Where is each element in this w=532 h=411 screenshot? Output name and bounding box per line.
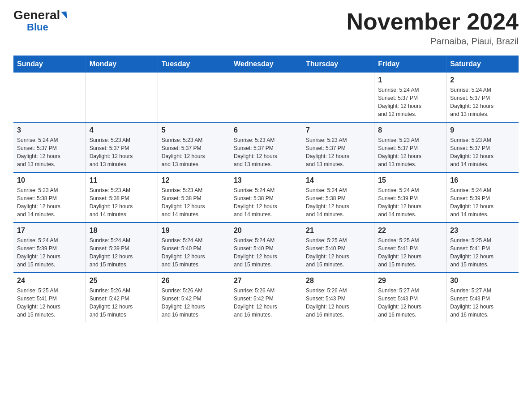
calendar-cell: 7Sunrise: 5:23 AMSunset: 5:37 PMDaylight… xyxy=(302,122,374,172)
day-number: 22 xyxy=(378,227,442,235)
header-tuesday: Tuesday xyxy=(158,56,230,73)
calendar-cell: 13Sunrise: 5:24 AMSunset: 5:38 PMDayligh… xyxy=(230,172,302,223)
calendar-week-3: 10Sunrise: 5:23 AMSunset: 5:38 PMDayligh… xyxy=(13,172,519,223)
day-info: Sunrise: 5:26 AMSunset: 5:42 PMDaylight:… xyxy=(90,287,154,319)
calendar-cell: 15Sunrise: 5:24 AMSunset: 5:39 PMDayligh… xyxy=(374,172,446,223)
day-number: 10 xyxy=(17,176,82,184)
day-info: Sunrise: 5:26 AMSunset: 5:42 PMDaylight:… xyxy=(234,287,298,319)
day-number: 21 xyxy=(306,227,370,235)
day-info: Sunrise: 5:24 AMSunset: 5:37 PMDaylight:… xyxy=(378,86,442,118)
day-info: Sunrise: 5:23 AMSunset: 5:37 PMDaylight:… xyxy=(234,136,298,168)
day-number: 16 xyxy=(450,176,515,184)
calendar-cell: 27Sunrise: 5:26 AMSunset: 5:42 PMDayligh… xyxy=(230,273,302,322)
calendar-week-5: 24Sunrise: 5:25 AMSunset: 5:41 PMDayligh… xyxy=(13,273,519,322)
day-info: Sunrise: 5:24 AMSunset: 5:39 PMDaylight:… xyxy=(90,236,154,269)
day-number: 4 xyxy=(90,126,154,134)
calendar-cell: 16Sunrise: 5:24 AMSunset: 5:39 PMDayligh… xyxy=(446,172,519,223)
calendar-cell: 25Sunrise: 5:26 AMSunset: 5:42 PMDayligh… xyxy=(86,273,158,322)
day-info: Sunrise: 5:24 AMSunset: 5:40 PMDaylight:… xyxy=(162,236,226,269)
day-info: Sunrise: 5:25 AMSunset: 5:41 PMDaylight:… xyxy=(378,236,442,269)
header-saturday: Saturday xyxy=(446,56,519,73)
calendar-cell: 17Sunrise: 5:24 AMSunset: 5:39 PMDayligh… xyxy=(13,223,86,273)
header-sunday: Sunday xyxy=(13,56,86,73)
day-info: Sunrise: 5:24 AMSunset: 5:38 PMDaylight:… xyxy=(234,186,298,218)
calendar-cell: 10Sunrise: 5:23 AMSunset: 5:38 PMDayligh… xyxy=(13,172,86,223)
day-number: 12 xyxy=(162,176,226,184)
header-monday: Monday xyxy=(86,56,158,73)
day-info: Sunrise: 5:26 AMSunset: 5:42 PMDaylight:… xyxy=(162,287,226,319)
calendar-week-2: 3Sunrise: 5:24 AMSunset: 5:37 PMDaylight… xyxy=(13,122,519,172)
day-number: 28 xyxy=(306,277,370,285)
calendar-cell: 24Sunrise: 5:25 AMSunset: 5:41 PMDayligh… xyxy=(13,273,86,322)
logo-blue-text: Blue xyxy=(27,21,48,33)
header-wednesday: Wednesday xyxy=(230,56,302,73)
day-info: Sunrise: 5:23 AMSunset: 5:38 PMDaylight:… xyxy=(162,186,226,218)
day-info: Sunrise: 5:23 AMSunset: 5:37 PMDaylight:… xyxy=(378,136,442,168)
day-info: Sunrise: 5:24 AMSunset: 5:39 PMDaylight:… xyxy=(378,186,442,218)
day-number: 18 xyxy=(90,227,154,235)
day-number: 8 xyxy=(378,126,442,134)
day-number: 13 xyxy=(234,176,298,184)
calendar-cell: 20Sunrise: 5:24 AMSunset: 5:40 PMDayligh… xyxy=(230,223,302,273)
day-info: Sunrise: 5:24 AMSunset: 5:39 PMDaylight:… xyxy=(450,186,515,218)
calendar-cell xyxy=(302,73,374,122)
calendar-cell: 28Sunrise: 5:26 AMSunset: 5:43 PMDayligh… xyxy=(302,273,374,322)
day-info: Sunrise: 5:24 AMSunset: 5:38 PMDaylight:… xyxy=(306,186,370,218)
day-info: Sunrise: 5:27 AMSunset: 5:43 PMDaylight:… xyxy=(450,287,515,319)
day-number: 24 xyxy=(17,277,82,285)
day-number: 15 xyxy=(378,176,442,184)
calendar-cell: 1Sunrise: 5:24 AMSunset: 5:37 PMDaylight… xyxy=(374,73,446,122)
calendar-week-4: 17Sunrise: 5:24 AMSunset: 5:39 PMDayligh… xyxy=(13,223,519,273)
calendar-cell: 5Sunrise: 5:23 AMSunset: 5:37 PMDaylight… xyxy=(158,122,230,172)
page-header: General Blue November 2024 Parnaiba, Pia… xyxy=(13,9,519,47)
day-number: 9 xyxy=(450,126,515,134)
day-number: 14 xyxy=(306,176,370,184)
calendar-cell: 22Sunrise: 5:25 AMSunset: 5:41 PMDayligh… xyxy=(374,223,446,273)
day-number: 3 xyxy=(17,126,82,134)
day-number: 7 xyxy=(306,126,370,134)
location: Parnaiba, Piaui, Brazil xyxy=(347,36,519,47)
day-info: Sunrise: 5:25 AMSunset: 5:40 PMDaylight:… xyxy=(306,236,370,269)
day-info: Sunrise: 5:25 AMSunset: 5:41 PMDaylight:… xyxy=(450,236,515,269)
day-info: Sunrise: 5:24 AMSunset: 5:40 PMDaylight:… xyxy=(234,236,298,269)
calendar-week-1: 1Sunrise: 5:24 AMSunset: 5:37 PMDaylight… xyxy=(13,73,519,122)
day-number: 23 xyxy=(450,227,515,235)
calendar-cell: 26Sunrise: 5:26 AMSunset: 5:42 PMDayligh… xyxy=(158,273,230,322)
day-number: 1 xyxy=(378,76,442,84)
calendar-cell: 30Sunrise: 5:27 AMSunset: 5:43 PMDayligh… xyxy=(446,273,519,322)
logo: General Blue xyxy=(13,9,67,33)
calendar-cell: 6Sunrise: 5:23 AMSunset: 5:37 PMDaylight… xyxy=(230,122,302,172)
calendar-cell: 23Sunrise: 5:25 AMSunset: 5:41 PMDayligh… xyxy=(446,223,519,273)
calendar-cell: 29Sunrise: 5:27 AMSunset: 5:43 PMDayligh… xyxy=(374,273,446,322)
calendar-cell: 21Sunrise: 5:25 AMSunset: 5:40 PMDayligh… xyxy=(302,223,374,273)
calendar-cell: 12Sunrise: 5:23 AMSunset: 5:38 PMDayligh… xyxy=(158,172,230,223)
day-number: 5 xyxy=(162,126,226,134)
day-number: 25 xyxy=(90,277,154,285)
day-info: Sunrise: 5:23 AMSunset: 5:37 PMDaylight:… xyxy=(450,136,515,168)
calendar-table: Sunday Monday Tuesday Wednesday Thursday… xyxy=(13,56,519,322)
day-number: 29 xyxy=(378,277,442,285)
day-number: 6 xyxy=(234,126,298,134)
day-number: 20 xyxy=(234,227,298,235)
calendar-cell: 11Sunrise: 5:23 AMSunset: 5:38 PMDayligh… xyxy=(86,172,158,223)
logo-general-text: General xyxy=(13,9,60,21)
day-number: 19 xyxy=(162,227,226,235)
day-info: Sunrise: 5:26 AMSunset: 5:43 PMDaylight:… xyxy=(306,287,370,319)
calendar-cell: 19Sunrise: 5:24 AMSunset: 5:40 PMDayligh… xyxy=(158,223,230,273)
calendar-cell: 9Sunrise: 5:23 AMSunset: 5:37 PMDaylight… xyxy=(446,122,519,172)
day-number: 11 xyxy=(90,176,154,184)
calendar-cell: 14Sunrise: 5:24 AMSunset: 5:38 PMDayligh… xyxy=(302,172,374,223)
header-thursday: Thursday xyxy=(302,56,374,73)
day-number: 27 xyxy=(234,277,298,285)
day-info: Sunrise: 5:23 AMSunset: 5:37 PMDaylight:… xyxy=(90,136,154,168)
title-section: November 2024 Parnaiba, Piaui, Brazil xyxy=(347,9,519,47)
day-number: 17 xyxy=(17,227,82,235)
calendar-cell xyxy=(230,73,302,122)
calendar-cell xyxy=(86,73,158,122)
day-info: Sunrise: 5:25 AMSunset: 5:41 PMDaylight:… xyxy=(17,287,82,319)
calendar-cell xyxy=(158,73,230,122)
calendar-cell: 8Sunrise: 5:23 AMSunset: 5:37 PMDaylight… xyxy=(374,122,446,172)
weekday-header-row: Sunday Monday Tuesday Wednesday Thursday… xyxy=(13,56,519,73)
day-info: Sunrise: 5:24 AMSunset: 5:37 PMDaylight:… xyxy=(450,86,515,118)
day-number: 2 xyxy=(450,76,515,84)
